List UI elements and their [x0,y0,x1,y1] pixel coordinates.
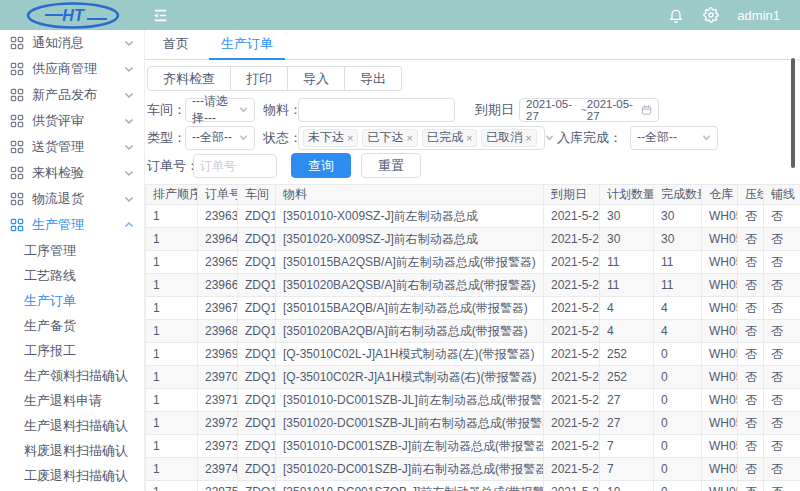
sidebar-item-production-stock[interactable]: 生产备货 [0,313,144,338]
sidebar-item-production-return-scan-confirm[interactable]: 生产退料扫描确认 [0,413,144,438]
vertical-scrollbar-thumb[interactable] [791,58,795,168]
sidebar-item-process-route[interactable]: 工艺路线 [0,263,144,288]
column-header: 铺线 [764,185,800,205]
gear-icon[interactable] [702,7,719,24]
sidebar-item-logistics-returns[interactable]: 物流退货 [0,186,144,212]
table-cell: 11 [654,251,702,274]
table-cell: 否 [764,389,800,412]
due-date-range-input[interactable]: 2021-05-27 ~ 2021-05-27 [519,98,659,122]
table-cell: 否 [764,320,800,343]
export-button[interactable]: 导出 [345,66,402,91]
table-cell: 否 [738,205,764,228]
table-row[interactable]: 123970ZDQ13[Q-35010C02R-J]A1H模式制动器(右)(带报… [146,366,800,389]
svg-text:HT: HT [62,7,85,24]
chevron-down-icon [124,116,134,126]
sidebar-item-label: 通知消息 [32,34,124,52]
warehouse-done-select[interactable]: --全部-- [630,126,718,150]
table-row[interactable]: 123975ZDQ13[3501010-DC001SZQB-J]前左制动器总成(… [146,481,800,491]
table-row[interactable]: 123974ZDQ13[3501020-DC001SZB-J]前右制动器总成(带… [146,458,800,481]
tab-production-orders[interactable]: 生产订单 [205,29,289,59]
table-cell: 4 [654,320,702,343]
status-tag[interactable]: 已下达× [362,129,417,147]
bell-icon[interactable] [667,7,684,24]
table-cell: 0 [654,435,702,458]
table-cell: 否 [738,228,764,251]
type-label: 类型： [147,129,185,147]
table-row[interactable]: 123964ZDQ13[3501020-X009SZ-J]前右制动器总成2021… [146,228,800,251]
workshop-select[interactable]: ---请选择--- [185,98,255,122]
table-cell: 23973 [198,435,238,458]
table-cell: ZDQ13 [238,205,276,228]
collapse-menu-icon[interactable] [145,0,175,30]
chevron-down-icon [124,38,134,48]
order-no-input[interactable] [193,154,277,178]
sidebar-item-process-reporting[interactable]: 工序报工 [0,338,144,363]
tag-remove-icon[interactable]: × [466,132,472,144]
material-input[interactable] [298,98,455,122]
table-cell: 2021-5-27 [544,251,600,274]
table-cell: 2021-5-27 [544,458,600,481]
table-row[interactable]: 123966ZDQ13[3501020BA2QSB/A]前右制动器总成(带报警器… [146,274,800,297]
sidebar-item-supply-review[interactable]: 供货评审 [0,108,144,134]
sidebar-item-new-product-release[interactable]: 新产品发布 [0,82,144,108]
print-button[interactable]: 打印 [231,66,288,91]
status-multiselect[interactable]: 未下达×已下达×已完成×已取消× [298,126,545,150]
table-cell: 7 [600,435,654,458]
table-cell: 23971 [198,389,238,412]
table-row[interactable]: 123967ZDQ13[3501015BA2QB/A]前左制动器总成(带报警器)… [146,297,800,320]
current-user[interactable]: admin1 [737,8,780,23]
sidebar-item-production-picking-scan-confirm[interactable]: 生产领料扫描确认 [0,363,144,388]
column-header: 压线 [738,185,764,205]
table-row[interactable]: 123972ZDQ13[3501020-DC001SZB-JL]前右制动器总成(… [146,412,800,435]
table-cell: 11 [654,274,702,297]
sidebar-item-notices[interactable]: 通知消息 [0,30,144,56]
table-row[interactable]: 123965ZDQ13[3501015BA2QSB/A]前左制动器总成(带报警器… [146,251,800,274]
type-select[interactable]: --全部-- [185,126,255,150]
tag-remove-icon[interactable]: × [347,132,353,144]
status-tag[interactable]: 已完成× [422,129,477,147]
search-button[interactable]: 查询 [291,153,351,178]
grid-icon [10,140,24,154]
sidebar-item-production-management[interactable]: 生产管理 [0,212,144,238]
table-cell: 4 [654,297,702,320]
table-cell: 27 [600,412,654,435]
import-button[interactable]: 导入 [288,66,345,91]
column-header: 完成数量 [654,185,702,205]
sidebar-item-supplier-management[interactable]: 供应商管理 [0,56,144,82]
status-tag[interactable]: 未下达× [303,129,358,147]
table-row[interactable]: 123963ZDQ13[3501010-X009SZ-J]前左制动器总成2021… [146,205,800,228]
table-row[interactable]: 123968ZDQ13[3501020BA2QB/A]前右制动器总成(带报警器)… [146,320,800,343]
grid-icon [10,166,24,180]
table-row[interactable]: 123971ZDQ13[3501010-DC001SZB-JL]前左制动器总成(… [146,389,800,412]
table-row[interactable]: 123969ZDQ13[Q-35010C02L-J]A1H模式制动器(左)(带报… [146,343,800,366]
sidebar-item-delivery-management[interactable]: 送货管理 [0,134,144,160]
sidebar-item-label: 新产品发布 [32,86,124,104]
table-cell: ZDQ13 [238,458,276,481]
sidebar-item-process-scrap-return-scan-confirm[interactable]: 工废退料扫描确认 [0,463,144,488]
table-header-row: 排产顺序订单号车间物料到期日计划数量完成数量仓库压线铺线 [146,185,800,205]
material-check-button[interactable]: 齐料检查 [147,66,231,91]
tag-remove-icon[interactable]: × [406,132,412,144]
table-cell: 否 [738,320,764,343]
table-cell: 1 [146,481,198,491]
chevron-down-icon [702,133,711,142]
status-tag[interactable]: 已取消× [481,129,536,147]
table-cell: 否 [738,389,764,412]
table-cell: 否 [738,366,764,389]
sidebar-item-incoming-inspection[interactable]: 来料检验 [0,160,144,186]
table-cell: ZDQ13 [238,228,276,251]
sidebar-item-material-scrap-return-scan-confirm[interactable]: 料废退料扫描确认 [0,438,144,463]
table-cell: ZDQ13 [238,389,276,412]
tab-home[interactable]: 首页 [147,29,205,59]
sidebar-item-process-management[interactable]: 工序管理 [0,238,144,263]
sidebar-item-production-orders[interactable]: 生产订单 [0,288,144,313]
table-cell: ZDQ13 [238,320,276,343]
table-cell: 否 [738,412,764,435]
table-cell: 23963 [198,205,238,228]
tag-remove-icon[interactable]: × [525,132,531,144]
reset-button[interactable]: 重置 [361,153,421,178]
table-cell: 23969 [198,343,238,366]
sidebar-item-production-return-request[interactable]: 生产退料申请 [0,388,144,413]
sidebar-item-label: 生产管理 [32,216,124,234]
table-row[interactable]: 123973ZDQ13[3501010-DC001SZB-J]前左制动器总成(带… [146,435,800,458]
